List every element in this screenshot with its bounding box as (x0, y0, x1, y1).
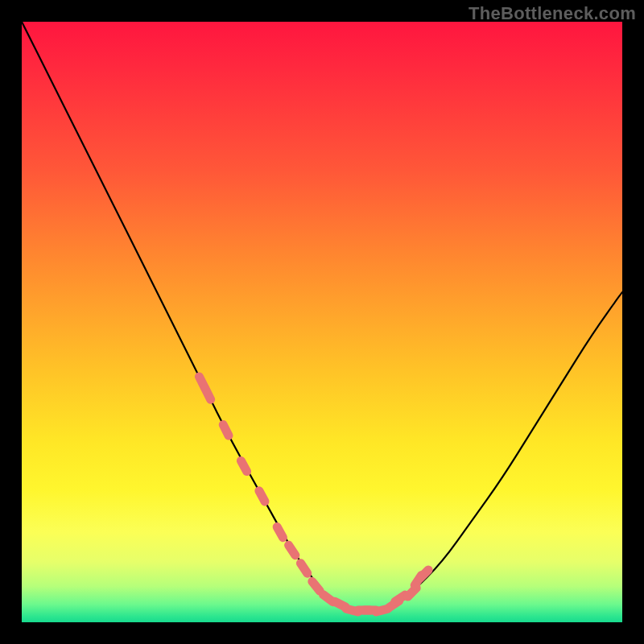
curve-markers (193, 371, 435, 617)
curve-line (22, 22, 622, 610)
curve-marker (271, 521, 289, 543)
curve-marker (217, 419, 234, 441)
curve-marker (200, 382, 217, 405)
curve-marker (295, 557, 314, 580)
curve-marker (253, 485, 270, 507)
curve-marker (283, 539, 302, 562)
chart-frame: TheBottleneck.com (0, 0, 644, 644)
curve-marker (414, 564, 435, 584)
curve-marker (235, 455, 253, 477)
bottleneck-curve (22, 22, 622, 622)
chart-plot-area (22, 22, 622, 622)
